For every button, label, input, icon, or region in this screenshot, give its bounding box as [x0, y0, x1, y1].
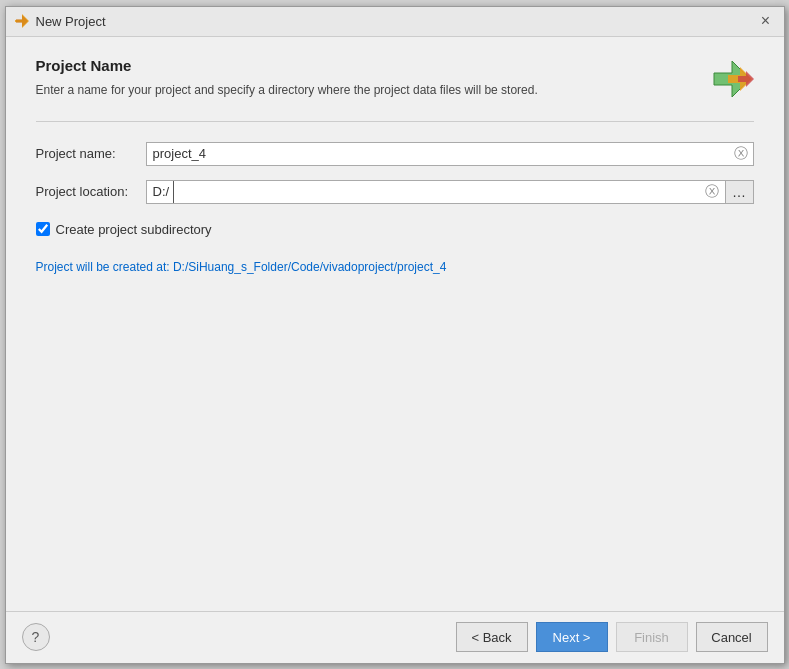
footer-buttons: < Back Next > Finish Cancel [456, 622, 768, 652]
create-subdirectory-row: Create project subdirectory [36, 222, 754, 237]
location-input-container: D:/ ⓧ [146, 180, 726, 204]
back-button[interactable]: < Back [456, 622, 528, 652]
project-path-row: Project will be created at: D:/SiHuang_s… [36, 259, 754, 274]
form-section: Project name: ⓧ Project location: D:/ ⓧ [36, 142, 754, 274]
new-project-dialog: New Project × Project Name Enter a name … [5, 6, 785, 664]
page-description: Enter a name for your project and specif… [36, 82, 710, 99]
page-title: Project Name [36, 57, 710, 74]
project-name-row: Project name: ⓧ [36, 142, 754, 166]
help-button[interactable]: ? [22, 623, 50, 651]
project-location-wrapper: D:/ ⓧ … [146, 180, 754, 204]
project-path-prefix: Project will be created at: D:/SiHuang_s… [36, 260, 447, 274]
svg-marker-1 [16, 15, 28, 27]
project-location-row: Project location: D:/ ⓧ … [36, 180, 754, 204]
create-subdirectory-checkbox[interactable] [36, 222, 50, 236]
location-clear-button[interactable]: ⓧ [703, 183, 721, 201]
title-bar: New Project × [6, 7, 784, 37]
close-button[interactable]: × [756, 11, 776, 31]
finish-button: Finish [616, 622, 688, 652]
vivado-logo [710, 57, 754, 101]
dialog-icon [14, 13, 30, 29]
project-path-value: D:/SiHuang_s_Folder/Code/vivadoproject/p… [173, 260, 447, 274]
dialog-title: New Project [36, 14, 756, 29]
top-section: Project Name Enter a name for your proje… [36, 57, 754, 101]
next-button[interactable]: Next > [536, 622, 608, 652]
footer: ? < Back Next > Finish Cancel [6, 611, 784, 663]
content-area: Project Name Enter a name for your proje… [6, 37, 784, 611]
project-name-input[interactable] [146, 142, 754, 166]
browse-button[interactable]: … [726, 180, 754, 204]
divider [36, 121, 754, 122]
project-location-label: Project location: [36, 184, 146, 199]
project-name-clear-button[interactable]: ⓧ [732, 145, 750, 163]
project-name-input-wrapper: ⓧ [146, 142, 754, 166]
project-location-input[interactable] [173, 181, 724, 203]
create-subdirectory-label[interactable]: Create project subdirectory [56, 222, 212, 237]
location-prefix: D:/ [147, 184, 174, 199]
cancel-button[interactable]: Cancel [696, 622, 768, 652]
project-name-label: Project name: [36, 146, 146, 161]
header-text: Project Name Enter a name for your proje… [36, 57, 710, 99]
